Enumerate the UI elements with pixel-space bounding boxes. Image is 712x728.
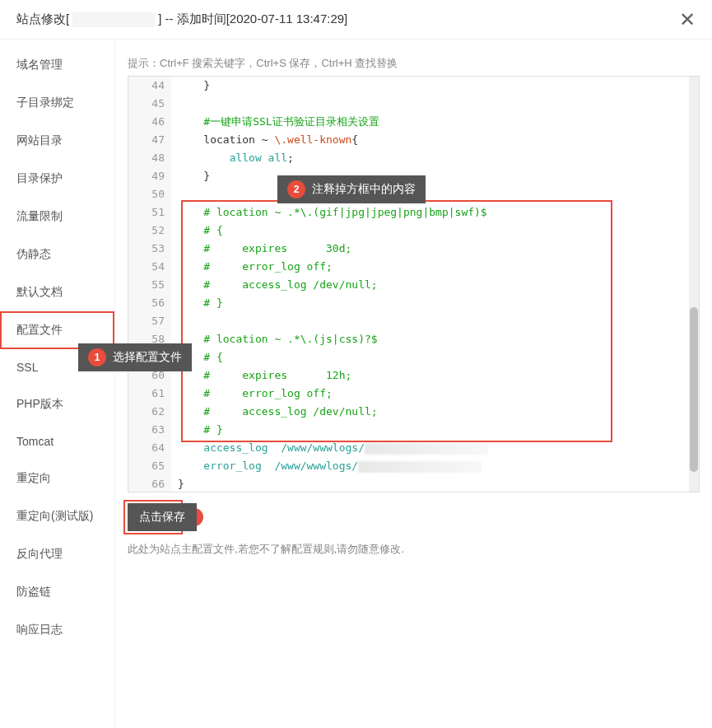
annotation-1-text: 选择配置文件 — [113, 350, 182, 365]
sidebar-item[interactable]: 网站目录 — [0, 122, 114, 160]
sidebar-item[interactable]: 目录保护 — [0, 160, 114, 198]
editor-scrollbar[interactable] — [689, 77, 699, 492]
editor-code[interactable]: } #一键申请SSL证书验证目录相关设置 location ~ \.well-k… — [171, 77, 699, 492]
title-redacted — [72, 12, 155, 27]
annotation-badge-2: 2 — [287, 180, 305, 198]
sidebar-item[interactable]: 反向代理 — [0, 535, 114, 573]
scrollbar-thumb[interactable] — [690, 307, 698, 472]
sidebar-item[interactable]: 子目录绑定 — [0, 84, 114, 122]
annotation-2: 2 注释掉方框中的内容 — [277, 175, 426, 203]
annotation-3: 点击保存 — [128, 503, 197, 531]
sidebar-item[interactable]: 防盗链 — [0, 573, 114, 611]
sidebar: 域名管理子目录绑定网站目录目录保护流量限制伪静态默认文档配置文件SSLPHP版本… — [0, 40, 115, 728]
sidebar-item[interactable]: PHP版本 — [0, 385, 114, 423]
config-editor[interactable]: 4445464748495051525354555657585960616263… — [128, 76, 700, 492]
dialog-header: 站点修改[ ] -- 添加时间[2020-07-11 13:47:29] ✕ — [0, 0, 712, 40]
annotation-3-text: 点击保存 — [139, 510, 185, 525]
main-panel: 提示：Ctrl+F 搜索关键字，Ctrl+S 保存，Ctrl+H 查找替换 44… — [115, 40, 712, 728]
editor-hint: 提示：Ctrl+F 搜索关键字，Ctrl+S 保存，Ctrl+H 查找替换 — [128, 56, 700, 71]
save-row: 保存 3 点击保存 — [128, 504, 700, 530]
editor-gutter: 4445464748495051525354555657585960616263… — [128, 77, 171, 492]
sidebar-item[interactable]: 重定向(测试版) — [0, 497, 114, 535]
dialog-title: 站点修改[ ] -- 添加时间[2020-07-11 13:47:29] — [16, 12, 347, 27]
annotation-1: 1 选择配置文件 — [78, 343, 192, 371]
sidebar-item[interactable]: 重定向 — [0, 460, 114, 497]
annotation-2-text: 注释掉方框中的内容 — [312, 182, 416, 197]
title-prefix: 站点修改[ — [16, 12, 69, 27]
sidebar-item[interactable]: 伪静态 — [0, 236, 114, 273]
title-suffix: ] -- 添加时间[2020-07-11 13:47:29] — [158, 12, 347, 27]
sidebar-item[interactable]: 流量限制 — [0, 198, 114, 236]
sidebar-item[interactable]: Tomcat — [0, 423, 114, 460]
sidebar-item[interactable]: 默认文档 — [0, 273, 114, 311]
close-icon[interactable]: ✕ — [679, 10, 696, 30]
sidebar-item[interactable]: 域名管理 — [0, 46, 114, 84]
annotation-badge-1: 1 — [88, 348, 106, 366]
footer-note: 此处为站点主配置文件,若您不了解配置规则,请勿随意修改. — [128, 542, 700, 557]
sidebar-item[interactable]: 响应日志 — [0, 611, 114, 649]
